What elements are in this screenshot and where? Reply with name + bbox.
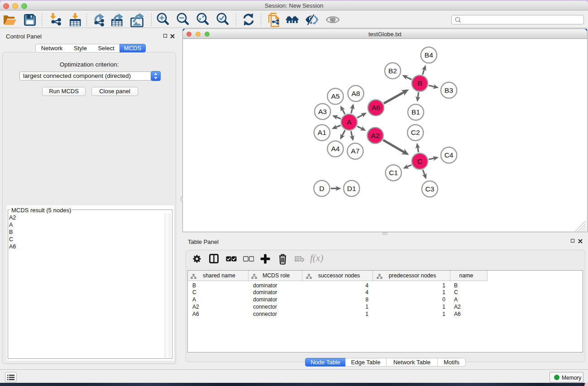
svg-text:A: A (347, 118, 352, 126)
svg-text:A8: A8 (352, 90, 360, 97)
svg-text:C3: C3 (425, 185, 434, 193)
svg-text:B4: B4 (425, 51, 433, 59)
svg-text:C4: C4 (445, 151, 454, 159)
svg-text:A7: A7 (351, 147, 359, 155)
svg-text:C1: C1 (389, 169, 398, 176)
svg-text:B2: B2 (388, 67, 397, 75)
svg-text:A6: A6 (372, 104, 380, 111)
svg-text:B3: B3 (445, 86, 453, 94)
svg-text:B: B (417, 79, 422, 87)
svg-text:A4: A4 (331, 145, 339, 152)
svg-text:A2: A2 (371, 132, 380, 139)
svg-text:D1: D1 (347, 185, 356, 192)
svg-text:A1: A1 (318, 129, 326, 136)
svg-text:B1: B1 (411, 108, 420, 116)
svg-text:A5: A5 (331, 92, 339, 100)
svg-text:A3: A3 (318, 108, 327, 115)
svg-text:C: C (417, 157, 422, 165)
svg-text:C2: C2 (411, 129, 420, 136)
svg-text:D: D (319, 185, 324, 192)
